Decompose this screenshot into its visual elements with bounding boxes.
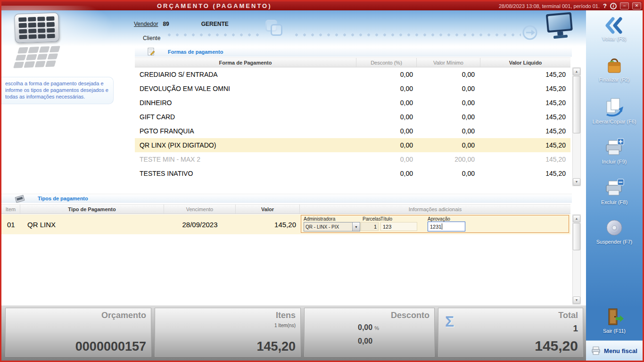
total-panel: Σ Total 1 145,20: [438, 308, 583, 357]
calculator-keys: [18, 16, 55, 40]
menu-fiscal-button[interactable]: Menu fiscal: [586, 340, 643, 361]
orcamento-number: 0000000157: [75, 339, 146, 354]
incluir-button[interactable]: Incluir (F9): [586, 138, 643, 165]
forma-liquido: 145,20: [480, 127, 570, 135]
orcamento-panel: Orçamento 0000000157: [5, 308, 151, 357]
administradora-label: Administradora: [304, 216, 335, 222]
scroll-up-button[interactable]: ▲: [573, 68, 580, 75]
parcelas-label: Parcelas: [363, 216, 381, 222]
forma-name: DEVOLUÇÃO EM VALE OMNI: [135, 85, 356, 92]
forma-liquido: 145,20: [480, 141, 570, 149]
tipo-item: 01: [1, 221, 20, 229]
forma-name: PGTO FRANQUIA: [135, 127, 356, 135]
forma-liquido: 145,20: [480, 113, 570, 121]
incluir-label: Incluir (F9): [602, 159, 627, 165]
total-label: Total: [558, 311, 578, 321]
payment-form-row[interactable]: PGTO FRANQUIA 0,00 0,00 145,20: [135, 124, 570, 138]
scrollbar-thumb[interactable]: [573, 223, 580, 250]
progress-dots: [167, 33, 264, 37]
forma-name: CREDIARIO S/ ENTRADA: [135, 71, 356, 78]
sair-button[interactable]: Sair (F11): [586, 307, 643, 334]
forma-desconto: 0,00: [356, 170, 417, 177]
forma-name: TESTE MIN - MAX 2: [135, 156, 356, 163]
payment-type-row[interactable]: 01 QR LINX 28/09/2023 145,20 Administrad…: [1, 214, 570, 234]
column-minimo: Valor Mínimo: [417, 58, 480, 67]
payment-forms-table: Forma de Pagamento Desconto (%) Valor Mí…: [135, 58, 570, 181]
forma-minimo: 0,00: [417, 170, 480, 177]
formas-section-title: Formas de pagamento: [168, 49, 223, 55]
additional-info-box: Administradora QR - LINX - PIX ▼ Parcela…: [301, 215, 569, 233]
card-terminal-icon: [14, 194, 25, 203]
finalizar-button[interactable]: Finalizar (F2): [586, 56, 643, 82]
payment-form-row[interactable]: DINHEIRO 0,00 0,00 145,20: [135, 96, 570, 110]
tipo-valor: 145,20: [236, 221, 300, 229]
session-status: 28/08/2023 13:08, terminal 001, período …: [499, 3, 600, 9]
vendedor-row: Vendedor 89 GERENTE: [134, 21, 229, 27]
aprovacao-input[interactable]: 1231: [428, 222, 465, 231]
help-icon[interactable]: ?: [603, 2, 607, 9]
scroll-down-button[interactable]: ▼: [573, 178, 580, 186]
payment-form-row-disabled[interactable]: TESTE MIN - MAX 2 0,00 200,00 145,20: [135, 152, 570, 166]
disc-icon: [605, 218, 624, 237]
forma-liquido: 145,20: [480, 99, 570, 107]
forma-desconto: 0,00: [356, 141, 417, 149]
payment-form-row[interactable]: GIFT CARD 0,00 0,00 145,20: [135, 110, 570, 124]
excluir-button[interactable]: Excluir (F8): [586, 179, 643, 205]
tipo-vencimento: 28/09/2023: [164, 221, 236, 229]
liberar-label: Liberar/Copiar (F6): [593, 119, 636, 124]
close-button[interactable]: ✕: [632, 2, 641, 9]
titulo-field[interactable]: 123: [380, 222, 417, 231]
vendedor-code: 89: [163, 21, 169, 27]
tipos-section-title: Tipos de pagamento: [38, 196, 88, 201]
forma-minimo: 0,00: [417, 99, 480, 107]
action-sidebar: Voltar (F3) Finalizar (F2) Liberar/Copia…: [586, 10, 643, 361]
payment-types-table-header: Item Tipo de Pagamento Vencimento Valor …: [1, 204, 570, 214]
forma-minimo: 0,00: [417, 113, 480, 121]
progress-dots: [295, 33, 521, 37]
desconto-percent: 0,00%: [358, 323, 379, 332]
forma-desconto: 0,00: [356, 71, 417, 78]
column-liquido: Valor Líquido: [480, 58, 570, 67]
parcelas-field[interactable]: 1: [361, 222, 379, 231]
monitor-icon: [544, 11, 576, 41]
vendedor-name: GERENTE: [201, 21, 229, 27]
tipos-scrollbar[interactable]: ▲ ▼: [572, 214, 581, 304]
column-desconto: Desconto (%): [356, 58, 417, 67]
titulo-value: 123: [383, 224, 391, 230]
payment-form-row[interactable]: TESTES INATIVO 0,00 0,00 145,20: [135, 166, 570, 181]
total-count: 1: [573, 323, 578, 334]
aprovacao-value: 1231: [430, 224, 441, 230]
forma-desconto: 0,00: [356, 127, 417, 135]
forma-desconto: 0,00: [356, 156, 417, 163]
sigma-icon: Σ: [445, 313, 454, 330]
formas-scrollbar[interactable]: ▲ ▼: [572, 67, 581, 186]
fiscal-printer-icon: [591, 346, 601, 355]
forma-liquido: 145,20: [480, 156, 570, 163]
cliente-label: Cliente: [143, 35, 160, 41]
scroll-down-button[interactable]: ▼: [573, 296, 580, 304]
scrollbar-thumb[interactable]: [573, 76, 580, 133]
administradora-select[interactable]: QR - LINX - PIX ▼: [304, 222, 360, 231]
pos-window: ORÇAMENTO (PAGAMENTO) 28/08/2023 13:08, …: [0, 0, 644, 362]
dropdown-arrow-icon[interactable]: ▼: [352, 222, 360, 231]
voltar-button[interactable]: Voltar (F3): [586, 17, 643, 41]
forma-desconto: 0,00: [356, 99, 417, 107]
suspender-button[interactable]: Suspender (F7): [586, 218, 643, 245]
payment-form-row-selected[interactable]: QR LINX (PIX DIGITADO) 0,00 0,00 145,20: [135, 138, 570, 152]
forma-minimo: 200,00: [417, 156, 480, 163]
total-value: 145,20: [535, 338, 578, 354]
info-icon[interactable]: i: [610, 3, 617, 9]
minimize-button[interactable]: –: [620, 2, 629, 9]
scroll-up-button[interactable]: ▲: [573, 215, 580, 222]
copy-pages-icon: [604, 97, 624, 117]
desconto-panel: Desconto 0,00% 0,00: [304, 308, 435, 357]
shopping-bag-icon: [605, 56, 624, 75]
payment-form-row[interactable]: CREDIARIO S/ ENTRADA 0,00 0,00 145,20: [135, 67, 570, 82]
percent-sign: %: [374, 325, 379, 331]
liberar-copiar-button[interactable]: Liberar/Copiar (F6): [586, 97, 643, 124]
column-item: Item: [1, 205, 20, 214]
payment-form-row[interactable]: DEVOLUÇÃO EM VALE OMNI 0,00 0,00 145,20: [135, 82, 570, 96]
formas-section-header: Formas de pagamento: [135, 48, 572, 57]
forma-name: GIFT CARD: [135, 113, 356, 121]
sair-label: Sair (F11): [603, 328, 626, 334]
